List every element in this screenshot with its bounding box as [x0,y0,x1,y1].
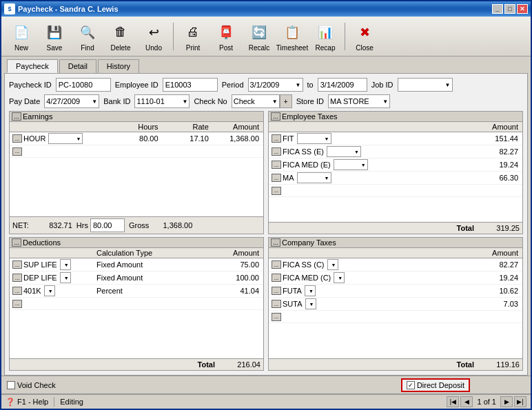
co-tax-row-1-btn[interactable]: ... [272,274,281,282]
ded-row-1-select[interactable]: ▼ [60,272,71,283]
earnings-rows-container: ... HOUR ▼ 80.00 17.10 1,368.00 [10,132,263,216]
co-tax-row-1-name: ... FICA MED (C) ▼ [270,272,437,283]
lower-panels: ... Deductions Calculation Type Amount .… [9,237,523,371]
employee-taxes-header-btn[interactable]: ... [271,112,280,121]
earnings-row-0-btn[interactable]: ... [12,134,22,143]
co-tax-total-label: Total [457,360,474,369]
maximize-button[interactable]: □ [504,4,515,14]
ded-row-2-select[interactable]: ▼ [44,285,55,296]
ded-row-0-select[interactable]: ▼ [60,259,71,270]
tab-paycheck[interactable]: Paycheck [7,59,58,73]
timesheet-button[interactable]: 📋 Timesheet [276,19,308,54]
co-tax-row-0-select[interactable]: ▼ [327,259,338,270]
gross-item: Gross 1,368.00 [129,221,192,229]
co-tax-row-1-select[interactable]: ▼ [334,272,345,283]
emp-tax-row-2-select[interactable]: ▼ [334,159,368,170]
company-taxes-header-btn[interactable]: ... [271,238,280,247]
post-button[interactable]: 📮 Post [210,19,242,54]
emp-tax-row-1-name: ... FICA SS (E) ▼ [270,146,437,157]
timesheet-icon: 📋 [281,21,303,43]
bank-id-value: 1110-01 [136,97,164,105]
period-from-value: 3/1/2009 [250,81,280,89]
tab-bar: Paycheck Detail History [1,57,531,73]
form-row-1: Paycheck ID Employee ID Period 3/1/2009 … [9,78,523,92]
earnings-header: ... Earnings [10,112,263,122]
emp-tax-row-empty-name: ... [270,187,437,195]
emp-tax-row-2-btn[interactable]: ... [272,161,281,169]
employee-taxes-footer: Total 319.25 [269,222,522,234]
emp-tax-row-3-select[interactable]: ▼ [297,172,331,183]
emp-tax-row-1-btn[interactable]: ... [272,147,281,156]
delete-button[interactable]: 🗑 Delete [105,19,136,54]
hrs-input[interactable] [90,218,125,232]
recalc-button[interactable]: 🔄 Recalc [243,19,275,54]
paycheck-id-input[interactable] [56,78,111,92]
save-button[interactable]: 💾 Save [39,19,70,54]
ded-row-2: ... 401K ▼ Percent 41.04 [10,285,263,298]
tab-detail[interactable]: Detail [59,59,96,73]
delete-icon: 🗑 [110,21,132,43]
emp-tax-row-empty-btn[interactable]: ... [272,187,281,195]
void-check-label: Void Check [17,381,56,389]
earnings-header-btn[interactable]: ... [12,112,21,121]
find-icon: 🔍 [76,21,99,43]
emp-tax-row-3-btn[interactable]: ... [272,174,281,182]
co-tax-row-0-btn[interactable]: ... [272,260,281,269]
timesheet-label: Timesheet [276,44,308,52]
recap-button[interactable]: 📊 Recap [309,19,341,54]
co-tax-row-empty-btn[interactable]: ... [272,313,281,321]
period-to-input[interactable] [318,78,367,92]
ded-row-0-btn[interactable]: ... [12,260,22,269]
employee-id-input[interactable] [163,78,218,92]
ded-row-2-btn[interactable]: ... [12,287,22,295]
minimize-button[interactable]: _ [492,4,503,14]
nav-prev-button[interactable]: ◀ [460,396,473,407]
status-bar: ❓ F1 - Help Editing |◀ ◀ 1 of 1 ▶ ▶| [1,393,531,409]
check-no-plus-button[interactable]: + [280,94,292,108]
close-toolbar-icon: ✖ [354,21,376,43]
ded-row-1-btn[interactable]: ... [12,274,22,282]
close-button[interactable]: ✕ [517,4,528,14]
close-toolbar-button[interactable]: ✖ Close [349,19,380,54]
co-tax-row-3-select[interactable]: ▼ [305,298,316,309]
nav-next-button[interactable]: ▶ [500,396,513,407]
net-label: NET: 832.71 [12,221,72,229]
co-tax-row-2-btn[interactable]: ... [272,287,281,295]
job-id-select[interactable]: ▼ [398,78,453,92]
co-tax-row-2-select[interactable]: ▼ [305,285,316,296]
ded-row-empty-btn[interactable]: ... [12,300,22,308]
employee-taxes-panel: ... Employee Taxes Amount ... FIT ▼ [268,111,523,234]
print-button[interactable]: 🖨 Print [177,19,209,54]
undo-label: Undo [145,44,162,52]
co-tax-total-value: 119.16 [478,360,520,369]
store-id-select[interactable]: MA STORE ▼ [328,94,390,108]
ded-row-1-name: ... DEP LIFE ▼ [11,272,95,283]
ded-col-amount: Amount [206,249,262,257]
emp-tax-row-1: ... FICA SS (E) ▼ 82.27 [269,145,522,158]
undo-button[interactable]: ↩ Undo [138,19,170,54]
nav-last-button[interactable]: ▶| [514,396,526,407]
emp-tax-row-1-select[interactable]: ▼ [327,146,361,157]
deductions-header-btn[interactable]: ... [12,238,21,247]
company-taxes-rows-container: ... FICA SS (C) ▼ 82.27 ... FICA MED (C) [269,258,522,358]
check-no-select[interactable]: Check ▼ [232,94,280,108]
find-button[interactable]: 🔍 Find [72,19,103,54]
co-tax-row-3-btn[interactable]: ... [272,300,281,308]
period-from-select[interactable]: 3/1/2009 ▼ [248,78,303,92]
bank-id-select[interactable]: 1110-01 ▼ [134,94,190,108]
tab-history[interactable]: History [98,59,139,73]
direct-deposit-checkbox[interactable]: ✓ [407,381,415,389]
emp-tax-total-label: Total [457,224,474,232]
employee-id-label: Employee ID [115,81,158,89]
emp-tax-row-0-select[interactable]: ▼ [297,133,331,144]
earnings-row-0-select[interactable]: ▼ [48,133,83,144]
post-icon: 📮 [215,21,237,43]
nav-first-button[interactable]: |◀ [447,396,459,407]
void-check-checkbox[interactable] [7,381,15,389]
co-tax-col-amount: Amount [437,249,521,257]
earnings-row-empty-btn[interactable]: ... [12,147,22,156]
new-button[interactable]: 📄 New [6,19,37,54]
hrs-item: Hrs [76,218,125,232]
emp-tax-row-0-btn[interactable]: ... [272,134,281,143]
pay-date-select[interactable]: 4/27/2009 ▼ [44,94,99,108]
